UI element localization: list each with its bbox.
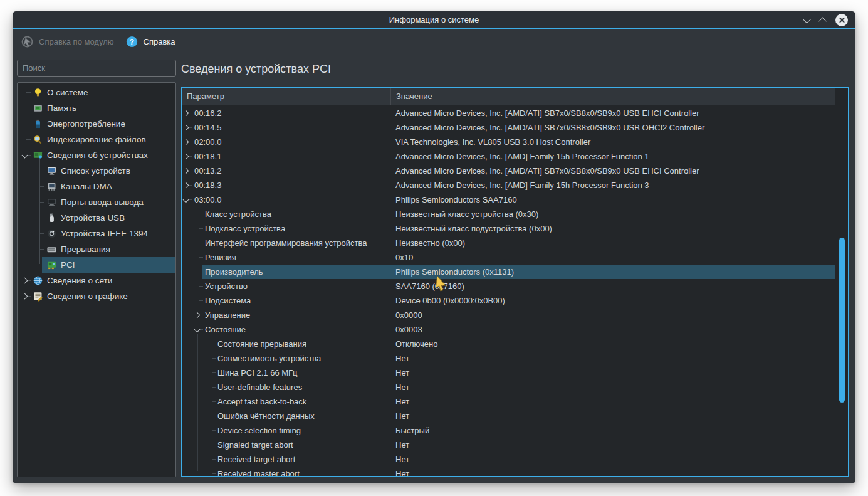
module-help-label: Справка по модулю [39,37,114,46]
tree-guide [186,110,186,471]
sidebar-item-network-info[interactable]: Сведения о сети [18,273,175,288]
chevron-right-icon[interactable] [194,312,201,319]
chevron-right-icon[interactable] [183,154,189,160]
row-parameter: 00:18.3 [194,178,221,193]
table-row[interactable]: Управление0x0000 [182,308,835,322]
vertical-scrollbar-thumb[interactable] [839,238,845,403]
row-value: 0x0003 [395,322,422,337]
sidebar-item-graphics-info[interactable]: Сведения о графике [18,288,175,304]
table-row[interactable]: 00:16.2Advanced Micro Devices, Inc. [AMD… [182,106,835,120]
chevron-right-icon[interactable] [22,278,28,284]
column-header-parameter[interactable]: Параметр [182,88,391,105]
tree-branch [26,124,31,124]
titlebar[interactable]: Информация о системе [13,11,855,29]
dma-card-icon [46,181,57,192]
tree-branch [199,286,203,287]
help-button[interactable]: ? Справка [125,35,175,48]
table-row[interactable]: 00:14.5Advanced Micro Devices, Inc. [AMD… [182,120,835,135]
tree-branch [26,139,31,140]
table-row[interactable]: Интерфейс программирования устройстваНеи… [182,236,835,250]
sidebar-item-device-list[interactable]: Список устройств [18,163,175,179]
row-value: Быстрый [395,423,429,438]
chevron-right-icon[interactable] [183,182,189,189]
chevron-down-icon[interactable] [183,197,189,203]
close-button[interactable] [835,14,848,26]
table-row[interactable]: 00:18.1Advanced Micro Devices, Inc. [AMD… [182,149,835,164]
row-parameter: Ошибка чётности данных [217,409,315,423]
row-value: Device 0b00 (0x0000:0x0B00) [395,293,505,308]
sidebar-item-file-indexing[interactable]: Индексирование файлов [18,132,175,147]
table-row[interactable]: User-definable featuresНет [182,380,835,394]
table-header: Параметр Значение [182,88,835,105]
table-row[interactable]: Received master abortНет [182,467,835,476]
tree-branch [212,401,216,402]
maximize-button[interactable] [820,14,825,26]
table-row[interactable]: Ревизия0x10 [182,250,835,265]
row-parameter: Интерфейс программирования устройства [205,236,367,250]
row-value: SAA7160 (0x7160) [395,279,464,293]
sidebar-item-device-info[interactable]: Сведения об устройствах [18,147,175,163]
chevron-right-icon[interactable] [183,168,189,174]
table-row[interactable]: Signaled target abortНет [182,438,835,452]
row-parameter: Производитель [205,265,263,279]
table-row[interactable]: Подкласс устройстваНеизвестный класс под… [182,221,835,236]
sidebar-item-pci[interactable]: PCI [18,257,175,273]
table-row[interactable]: Состояние0x0003 [182,322,835,337]
sidebar-item-usb-devices[interactable]: Устройства USB [18,210,175,226]
table-row[interactable]: Шина PCI 2.1 66 МГцНет [182,366,835,380]
help-label: Справка [144,37,175,46]
table-row[interactable]: Device selection timingБыстрый [182,423,835,438]
search-input[interactable] [17,60,176,77]
tree-branch [212,459,216,460]
sidebar-item-memory[interactable]: Память [18,100,175,116]
row-parameter: 00:14.5 [194,120,221,135]
tree-branch [39,233,44,234]
row-value: Нет [395,409,409,423]
row-parameter: Управление [205,308,250,322]
sidebar-item-label: Сведения о сети [47,276,112,285]
column-header-value[interactable]: Значение [391,88,835,105]
row-parameter: Состояние [205,322,246,337]
tree-branch [199,300,203,301]
chevron-down-icon[interactable] [194,327,201,333]
sidebar-item-io-ports[interactable]: Порты ввода-вывода [18,194,175,210]
svg-text:?: ? [129,37,133,46]
module-help-button[interactable]: Справка по модулю [21,35,114,48]
row-value: Advanced Micro Devices, Inc. [AMD/ATI] S… [395,106,699,120]
chevron-down-icon[interactable] [22,152,28,159]
table-row[interactable]: Состояние прерыванияОтключено [182,337,835,351]
table-row[interactable]: Совместимость устройстваНет [182,351,835,366]
chevron-right-icon[interactable] [183,139,189,145]
row-value: Advanced Micro Devices, Inc. [AMD] Famil… [395,178,649,193]
table-row[interactable]: Ошибка чётности данныхНет [182,409,835,423]
table-row[interactable]: 03:00.0Philips Semiconductors SAA7160 [182,193,835,207]
table-row[interactable]: УстройствоSAA7160 (0x7160) [182,279,835,293]
app-window: Информация о системе Справка по модулю [13,11,855,483]
table-row[interactable]: 00:13.2Advanced Micro Devices, Inc. [AMD… [182,164,835,178]
row-value: Advanced Micro Devices, Inc. [AMD/ATI] S… [395,120,704,135]
sidebar-item-energy[interactable]: Энергопотребление [18,116,175,132]
tree-branch [39,186,44,187]
tree-branch [39,265,44,265]
table-row[interactable]: Received target abortНет [182,452,835,467]
sidebar-item-label: Сведения об устройствах [47,150,148,160]
table-row[interactable]: 02:00.0VIA Technologies, Inc. VL805 USB … [182,135,835,149]
sidebar-item-interrupts[interactable]: Прерывания [18,241,175,257]
tree-branch [189,113,192,113]
sidebar-item-about-system[interactable]: О системе [18,85,175,100]
keyboard-icon [46,244,57,255]
table-row[interactable]: ПодсистемаDevice 0b00 (0x0000:0x0B00) [182,293,835,308]
chevron-right-icon[interactable] [183,110,189,117]
row-value: Неизвестно (0x00) [395,236,465,250]
table-row[interactable]: 00:18.3Advanced Micro Devices, Inc. [AMD… [182,178,835,193]
table-row[interactable]: ПроизводительPhilips Semiconductors (0x1… [182,265,835,279]
sidebar-item-ieee1394[interactable]: Устройства IEEE 1394 [18,226,175,241]
sidebar-item-dma-channels[interactable]: Каналы DMA [18,179,175,194]
chevron-right-icon[interactable] [22,293,28,300]
row-value: Нет [395,467,409,476]
table-row[interactable]: Класс устройстваНеизвестный класс устрой… [182,207,835,221]
minimize-button[interactable] [804,14,810,26]
chevron-right-icon[interactable] [183,125,189,131]
tree-branch [189,142,192,142]
table-row[interactable]: Accept fast back-to-backНет [182,394,835,409]
